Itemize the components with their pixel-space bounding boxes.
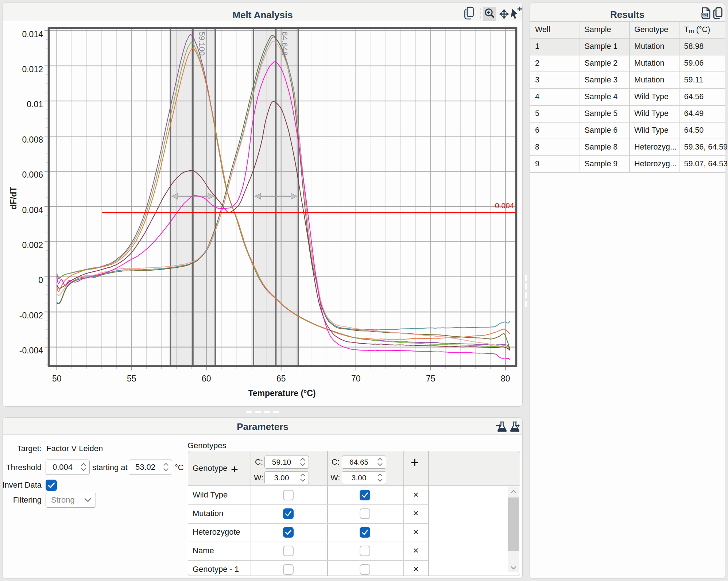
svg-text:0.002: 0.002 [22, 240, 43, 250]
svg-text:-0.004: -0.004 [19, 346, 43, 355]
svg-text:Temperature (°C): Temperature (°C) [248, 388, 315, 398]
svg-text:64.648: 64.648 [280, 32, 289, 56]
svg-text:0: 0 [38, 275, 43, 285]
svg-text:65: 65 [276, 374, 286, 383]
svg-text:CSV: CSV [702, 13, 708, 17]
svg-text:0.012: 0.012 [22, 65, 43, 74]
svg-text:0.014: 0.014 [22, 30, 43, 39]
svg-text:75: 75 [426, 374, 435, 383]
svg-text:0.004: 0.004 [22, 205, 43, 215]
svg-text:80: 80 [501, 374, 510, 383]
svg-text:50: 50 [52, 374, 62, 383]
svg-text:-0.002: -0.002 [19, 311, 43, 320]
svg-text:60: 60 [202, 374, 211, 383]
svg-text:dF/dT: dF/dT [9, 187, 18, 210]
svg-text:0.006: 0.006 [22, 170, 43, 179]
svg-text:55: 55 [127, 374, 136, 383]
svg-text:0.008: 0.008 [22, 135, 43, 144]
svg-text:70: 70 [351, 374, 361, 383]
svg-text:0.01: 0.01 [27, 100, 43, 109]
svg-text:0.004: 0.004 [495, 201, 514, 210]
svg-text:59.100: 59.100 [197, 32, 206, 56]
